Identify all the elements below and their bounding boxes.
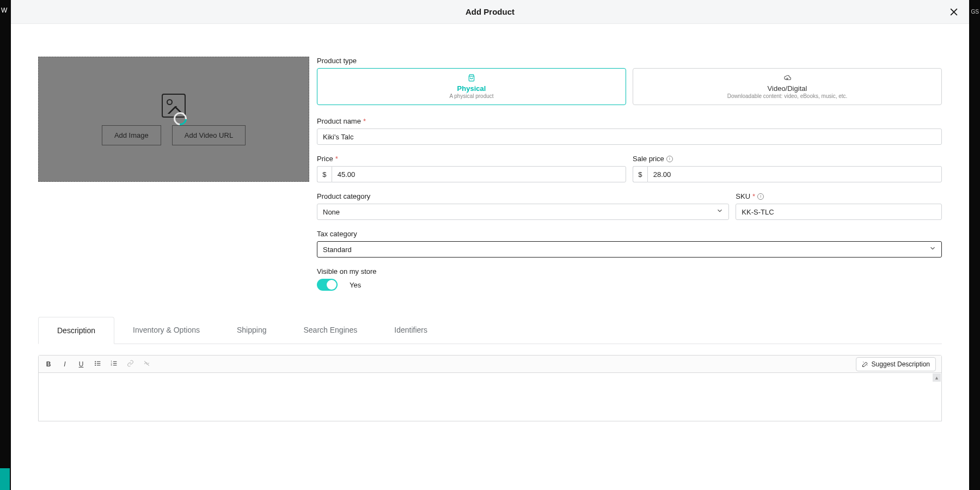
product-type-digital[interactable]: Video/Digital Downloadable content: vide… [633,68,942,105]
sale-price-field: Sale price i $ [633,155,942,182]
add-image-button[interactable]: Add Image [102,125,161,145]
product-type-physical[interactable]: Physical A physical product [317,68,626,105]
category-sku-row: Product category SKU * i [317,192,942,220]
currency-prefix: $ [317,166,332,182]
product-type-label: Product type [317,57,942,65]
add-product-modal: Add Product Add Image Add Video URL Prod… [11,0,969,490]
product-category-select-wrap [317,204,729,220]
unlink-button[interactable] [142,360,151,369]
wand-icon [862,361,868,367]
tax-category-select[interactable] [317,241,942,258]
suggest-description-button[interactable]: Suggest Description [856,357,936,371]
svg-rect-5 [96,363,100,363]
visible-toggle-row: Yes [317,279,942,291]
product-name-label: Product name * [317,117,942,125]
info-icon[interactable]: i [666,156,673,162]
page-title: Add Product [465,7,514,16]
svg-rect-3 [96,361,100,362]
visible-toggle[interactable] [317,279,338,291]
price-field: Price * $ [317,155,626,182]
product-name-label-text: Product name [317,117,361,125]
sale-price-input-group: $ [633,166,942,182]
tax-category-select-wrap [317,241,942,258]
visible-label: Visible on my store [317,267,942,275]
required-star: * [752,192,755,200]
background-left-strip: W [0,0,11,490]
svg-point-2 [95,361,96,362]
svg-point-6 [95,364,96,365]
modal-header: Add Product [11,0,969,24]
sku-label-text: SKU [736,192,750,200]
price-input-group: $ [317,166,626,182]
close-button[interactable] [946,4,961,20]
type-physical-sub: A physical product [449,93,493,99]
tab-inventory-options[interactable]: Inventory & Options [114,317,218,344]
italic-button[interactable]: I [60,360,69,368]
sale-price-input[interactable] [647,166,942,182]
tab-shipping[interactable]: Shipping [218,317,285,344]
product-type-row: Physical A physical product Video/Digita… [317,68,942,105]
price-input[interactable] [332,166,626,182]
bg-right-letters: GS [971,9,979,15]
visible-field: Visible on my store Yes [317,267,942,291]
product-category-select[interactable] [317,204,729,220]
scroll-up-icon[interactable]: ▲ [933,373,941,382]
add-video-url-button[interactable]: Add Video URL [172,125,246,145]
visible-value-text: Yes [350,281,361,289]
price-label: Price * [317,155,626,163]
sku-field: SKU * i [736,192,942,220]
svg-rect-13 [113,365,117,365]
sku-input[interactable] [736,204,942,220]
media-buttons: Add Image Add Video URL [102,125,246,145]
tab-search-engines[interactable]: Search Engines [285,317,376,344]
tabs: Description Inventory & Options Shipping… [38,317,942,344]
editor-toolbar: B I U 123 [39,356,941,373]
info-icon[interactable]: i [757,193,764,200]
product-category-label: Product category [317,192,729,200]
close-icon [948,7,959,17]
type-digital-sub: Downloadable content: video, eBooks, mus… [727,93,848,99]
product-name-input[interactable] [317,128,942,145]
media-icon-wrap [162,94,186,118]
cloud-download-icon [783,74,791,83]
tabs-section: Description Inventory & Options Shipping… [38,317,942,421]
svg-rect-7 [96,365,100,365]
bg-left-letter: W [1,7,7,14]
sale-price-label-text: Sale price [633,155,664,163]
media-dropzone[interactable]: Add Image Add Video URL [38,57,309,182]
svg-rect-9 [113,361,117,362]
description-editor: B I U 123 [38,355,942,421]
top-row: Add Image Add Video URL Product type Phy… [38,57,942,291]
svg-rect-11 [113,363,117,363]
modal-body: Add Image Add Video URL Product type Phy… [11,24,969,421]
tab-description[interactable]: Description [38,317,114,344]
form-column: Product type Physical A physical product [317,57,942,291]
underline-button[interactable]: U [77,360,85,368]
tax-category-field: Tax category [317,230,942,258]
product-category-field: Product category [317,192,729,220]
shopping-bag-icon [468,74,475,83]
editor-body[interactable]: ▲ [39,373,941,421]
required-star: * [363,117,366,125]
price-row: Price * $ Sale price i [317,155,942,182]
bold-button[interactable]: B [44,360,53,368]
sku-label: SKU * i [736,192,942,200]
background-right-strip: GS [969,0,980,490]
bullet-list-button[interactable] [93,360,102,369]
price-label-text: Price [317,155,333,163]
background-accent [0,468,10,490]
svg-point-4 [95,363,96,364]
required-star: * [335,155,338,163]
tab-identifiers[interactable]: Identifiers [376,317,446,344]
link-button[interactable] [126,360,134,369]
svg-text:3: 3 [111,364,112,366]
sale-price-label: Sale price i [633,155,942,163]
type-physical-title: Physical [457,84,486,93]
product-name-field: Product name * [317,117,942,145]
tax-category-label: Tax category [317,230,942,238]
numbered-list-button[interactable]: 123 [109,360,118,369]
suggest-label: Suggest Description [872,360,930,368]
type-digital-title: Video/Digital [768,84,807,93]
currency-prefix: $ [633,166,647,182]
